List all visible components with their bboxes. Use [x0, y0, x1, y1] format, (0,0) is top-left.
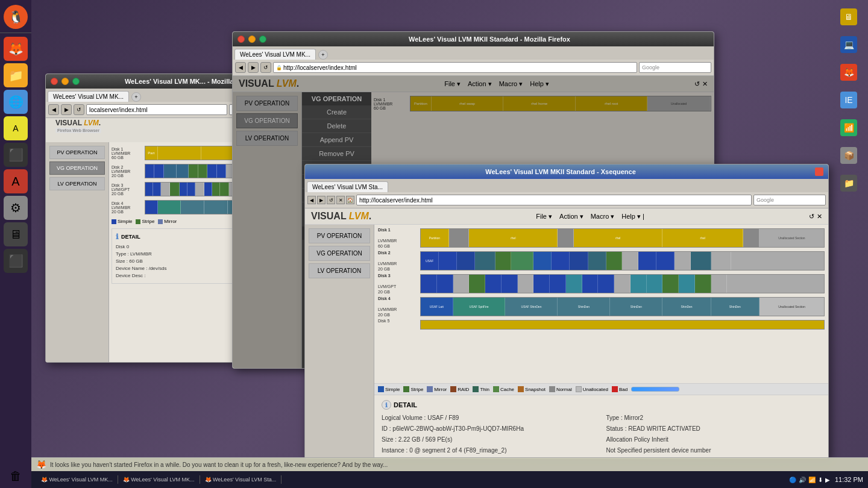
mid-new-tab[interactable]: +: [318, 50, 328, 60]
win-bg-close[interactable]: [51, 78, 58, 85]
bg-seg: [170, 183, 179, 196]
front-d3-s13: [614, 275, 631, 293]
taskbar-item-1[interactable]: 🦊 WeLees' Visual LVM MK...: [36, 475, 118, 484]
taskbar-item-3[interactable]: 🦊 WeLees' Visual LVM Sta...: [200, 475, 282, 484]
desktop-icon-7[interactable]: 📁: [837, 171, 861, 195]
front-disk-1-bar: Partition rhel rhel rhel Unallocated Sec…: [420, 228, 825, 248]
mid-browser-toolbar: ◀ ▶ ↺ 🔒 http://localserver/index.html Go…: [233, 60, 714, 75]
mid-forward-btn[interactable]: ▶: [248, 62, 259, 73]
front-url-bar[interactable]: http://localserver/index.html: [356, 195, 752, 205]
bg-back-btn[interactable]: ◀: [48, 104, 59, 115]
front-search-bar[interactable]: Google: [753, 195, 826, 205]
front-browser-chrome: WeLees' Visual LVM Sta... ◀ ▶ ↺ ✕ 🏠 http…: [305, 179, 828, 208]
front-back-btn[interactable]: ◀: [307, 196, 316, 204]
front-home-btn[interactable]: 🏠: [346, 196, 354, 204]
mid-search-bar[interactable]: Google: [639, 62, 711, 73]
bg-browser-tab-0[interactable]: WeLees' Visual LVM MK...: [48, 91, 129, 102]
win-mid-max[interactable]: [259, 36, 266, 43]
front-refresh-icon[interactable]: ↺: [809, 213, 814, 221]
bg-seg: [145, 183, 153, 196]
front-d3-s7: [518, 275, 534, 293]
front-d4-unalloc: Unallocated Section: [760, 298, 824, 316]
win-front-close[interactable]: [815, 167, 823, 176]
front-forward-btn[interactable]: ▶: [317, 196, 326, 204]
front-reload-btn[interactable]: ↺: [327, 196, 335, 204]
notification-bar: 🦊 It looks like you haven't started Fire…: [31, 457, 868, 471]
ubuntu-icon[interactable]: 🐧: [4, 5, 28, 29]
front-search-placeholder: Google: [756, 197, 774, 203]
front-d1-rhel2: rhel: [574, 229, 662, 247]
front-d2-s5: [495, 252, 512, 270]
front-tab-0[interactable]: WeLees' Visual LVM Sta...: [307, 181, 388, 192]
front-pv-btn[interactable]: PV OPERATION: [309, 228, 370, 243]
front-detail-title: DETAIL: [394, 401, 417, 408]
bg-url-bar[interactable]: localserver/index.html: [86, 104, 227, 115]
front-d3-s12: [598, 275, 614, 293]
legend-bad: Bad: [612, 386, 627, 392]
taskbar-item-2[interactable]: 🦊 WeLees' Visual LVM MK...: [118, 475, 200, 484]
front-disk-row-2: Disk 2LVM/MBR20 GB USAF: [378, 250, 825, 272]
desktop-icon-4[interactable]: IE: [837, 88, 861, 112]
bg-seg: [220, 183, 229, 196]
taskbar-bottom: 🦊 WeLees' Visual LVM MK... 🦊 WeLees' Vis…: [31, 471, 868, 488]
bg-new-tab[interactable]: +: [131, 92, 141, 102]
text-taskbar-icon[interactable]: A: [4, 116, 28, 140]
desktop-icon-1[interactable]: 🖥: [837, 5, 861, 29]
bg-forward-btn[interactable]: ▶: [61, 104, 72, 115]
front-detail-status: Status : READ WRITE ACTIVATED: [606, 424, 822, 434]
front-d4-s3: USAF ShinDen: [505, 298, 558, 316]
bg-vg-btn[interactable]: VG OPERATION: [49, 161, 105, 175]
front-detail-panel: ℹ DETAIL Logical Volume : USAF / F89 Typ…: [374, 395, 828, 459]
bg-seg: [207, 164, 216, 178]
trash-taskbar-icon[interactable]: 🗑: [4, 464, 28, 488]
settings-taskbar-icon[interactable]: ⚙: [4, 196, 28, 220]
front-menu-action[interactable]: Action ▾: [559, 213, 583, 221]
desktop: 🐧 🦊 📁 🌐 A ⬛ A ⚙ 🖥 ⬛ 🗑 🖥 💻 🦊 IE 📶: [0, 0, 868, 488]
browser-taskbar-icon[interactable]: 🌐: [4, 90, 28, 114]
front-d1-rhel1: rhel: [469, 229, 558, 247]
front-detail-lv: Logical Volume : USAF / F89: [382, 413, 597, 423]
extra-taskbar-icon[interactable]: ⬛: [4, 249, 28, 273]
front-close-icon[interactable]: ✕: [817, 213, 822, 221]
front-disk-5-label: Disk 5: [378, 319, 420, 331]
front-lv-btn[interactable]: LV OPERATION: [309, 263, 370, 278]
front-d3-s10: [566, 275, 582, 293]
terminal-taskbar-icon[interactable]: ⬛: [4, 143, 28, 167]
win-mid-close[interactable]: [237, 36, 245, 43]
progress-bar: [631, 387, 679, 392]
win-bg-min[interactable]: [61, 78, 69, 85]
desktop-icon-3[interactable]: 🦊: [837, 60, 861, 84]
bg-pv-btn[interactable]: PV OPERATION: [49, 146, 105, 159]
files-taskbar-icon[interactable]: 📁: [4, 63, 28, 87]
win-bg-max[interactable]: [72, 78, 80, 85]
bg-reload-btn[interactable]: ↺: [74, 104, 84, 115]
desktop-icon-6[interactable]: 📦: [837, 143, 861, 167]
mid-back-btn[interactable]: ◀: [235, 62, 246, 73]
bg-lv-btn[interactable]: LV OPERATION: [49, 177, 105, 190]
front-menu-help[interactable]: Help ▾ |: [621, 213, 644, 221]
front-disk-1-label: Disk 1LVM/MBR60 GB: [378, 227, 420, 249]
amazon-taskbar-icon[interactable]: A: [4, 169, 28, 193]
front-menu-macro[interactable]: Macro ▾: [591, 213, 615, 221]
front-vg-btn[interactable]: VG OPERATION: [309, 246, 370, 261]
front-d2-s13: [638, 252, 656, 270]
front-disk-row-5: Disk 5: [378, 319, 825, 331]
mid-reload-btn[interactable]: ↺: [260, 62, 271, 73]
front-d2-s6: [511, 252, 533, 270]
desktop-icon-5[interactable]: 📶: [837, 116, 861, 140]
win-mid-min[interactable]: [248, 36, 256, 43]
bg-legend-stripe: Stripe: [136, 219, 154, 224]
bg-seg: [164, 164, 177, 178]
front-menu-file[interactable]: File ▾: [536, 213, 552, 221]
desktop-icon-2[interactable]: 💻: [837, 33, 861, 57]
front-app-content: VISUAL LVM. File ▾ Action ▾ Macro ▾ Help…: [305, 208, 828, 459]
front-disk-3-bar: [420, 274, 825, 293]
mid-browser-tabs: WeLees' Visual LVM MK... +: [233, 46, 714, 60]
monitor-taskbar-icon[interactable]: 🖥: [4, 222, 28, 246]
front-stop-btn[interactable]: ✕: [336, 196, 345, 204]
firefox-taskbar-icon[interactable]: 🦊: [4, 37, 28, 61]
bg-seg: [217, 164, 226, 178]
mid-url-bar[interactable]: 🔒 http://localserver/index.html: [273, 62, 637, 73]
front-d3-rest: [727, 275, 824, 293]
mid-tab-0[interactable]: WeLees' Visual LVM MK...: [234, 49, 316, 60]
